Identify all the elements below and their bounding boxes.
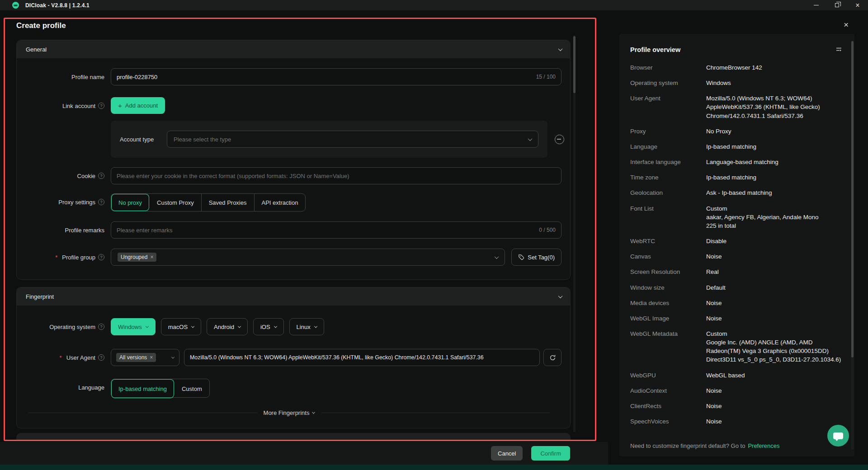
language-tab-ip-based[interactable]: Ip-based matching: [111, 379, 174, 398]
profile-remarks-label: Profile remarks: [17, 221, 111, 239]
help-icon[interactable]: [98, 354, 104, 361]
cookie-input[interactable]: [117, 173, 556, 179]
overview-row: Time zoneIp-based matching: [630, 173, 843, 182]
overview-scrollbar[interactable]: [851, 40, 854, 450]
os-button-android[interactable]: Android: [207, 318, 248, 335]
os-button-windows[interactable]: Windows: [111, 318, 156, 335]
language-tab-custom[interactable]: Custom: [174, 379, 209, 398]
bottom-strip: [0, 465, 868, 470]
more-fingerprints-link[interactable]: More Fingerprints: [257, 409, 321, 416]
os-button-macos[interactable]: macOS: [161, 318, 201, 335]
set-tag-button[interactable]: Set Tag(0): [511, 249, 561, 266]
profile-remarks-row: Profile remarks 0 / 500: [17, 221, 561, 239]
account-type-row: Account type Please select the type: [17, 121, 561, 158]
profile-name-label: Profile name: [17, 68, 111, 85]
overview-row: Screen ResolutionReal: [630, 268, 843, 276]
help-icon[interactable]: [98, 199, 104, 205]
user-agent-row: User Agent All versions: [17, 349, 561, 366]
overview-row: ProxyNo Proxy: [630, 127, 843, 136]
link-account-label: Link account: [17, 97, 111, 114]
page-title: Create profile: [16, 21, 66, 30]
overview-row: GeolocationAsk - Ip-based matching: [630, 188, 843, 197]
titlebar: DICloak - V2.8.8 | 1.2.4.1: [0, 0, 868, 10]
overview-row: CanvasNoise: [630, 252, 843, 261]
ua-version-chip: All versions: [116, 353, 156, 362]
preferences-link[interactable]: Preferences: [748, 442, 779, 449]
cookie-field-wrap: [111, 167, 561, 184]
account-subpanel: Account type Please select the type: [111, 121, 547, 158]
general-section-header[interactable]: General: [17, 40, 570, 58]
proxy-tab-api-extraction[interactable]: API extraction: [254, 194, 306, 211]
remarks-field-wrap: 0 / 500: [111, 221, 561, 239]
language-row: Language Ip-based matching Custom: [17, 379, 561, 398]
user-agent-input[interactable]: [190, 354, 534, 361]
overview-row: LanguageIp-based matching: [630, 142, 843, 151]
chevron-down-icon: [274, 324, 277, 328]
proxy-tab-saved-proxies[interactable]: Saved Proxies: [201, 194, 254, 211]
cancel-button[interactable]: Cancel: [491, 446, 523, 461]
dialog-scrollbar[interactable]: [573, 35, 576, 432]
profile-name-input[interactable]: [117, 74, 532, 80]
account-type-placeholder: Please select the type: [174, 136, 231, 143]
more-fingerprints-divider: More Fingerprints: [28, 409, 550, 416]
help-icon[interactable]: [98, 254, 104, 260]
app-logo-icon: [12, 2, 19, 9]
dialog-close-icon[interactable]: [844, 20, 849, 30]
add-account-button[interactable]: Add account: [111, 97, 165, 114]
collapse-panel-icon[interactable]: [835, 46, 843, 53]
chevron-down-icon: [191, 324, 194, 328]
plus-icon: [118, 102, 122, 109]
fingerprint-section-header[interactable]: Fingerprint: [17, 287, 570, 306]
ua-field-wrap: [184, 349, 540, 366]
remarks-input[interactable]: [117, 227, 534, 234]
chevron-down-icon: [558, 47, 563, 51]
proxy-segmented-control: No proxy Custom Proxy Saved Proxies API …: [111, 193, 306, 212]
language-segmented-control: Ip-based matching Custom: [111, 379, 210, 398]
overview-row: Window sizeDefault: [630, 283, 843, 292]
account-type-select[interactable]: Please select the type: [167, 131, 538, 148]
restore-button[interactable]: [826, 0, 847, 10]
os-button-linux[interactable]: Linux: [289, 318, 324, 335]
overview-row: AudioContextNoise: [630, 386, 843, 395]
remove-account-icon[interactable]: [555, 135, 564, 144]
operating-system-row: Operating system Windows macOS Android i…: [17, 318, 561, 335]
proxy-tab-custom-proxy[interactable]: Custom Proxy: [149, 194, 201, 211]
general-section: General Profile name 15 / 100 Link accou…: [16, 40, 571, 280]
collapsed-section-header[interactable]: [16, 433, 571, 441]
overview-row: Media devicesNoise: [630, 299, 843, 307]
refresh-ua-button[interactable]: [543, 349, 561, 366]
refresh-icon: [549, 354, 556, 361]
overview-row: Operating systemWindows: [630, 79, 843, 87]
close-icon: [855, 2, 859, 9]
minimize-button[interactable]: [806, 0, 826, 10]
chip-remove-icon[interactable]: [150, 254, 153, 260]
app-window: DICloak - V2.8.8 | 1.2.4.1 Create profil…: [0, 0, 868, 470]
window-controls: [806, 0, 868, 10]
user-agent-label: User Agent: [17, 349, 111, 366]
ua-version-select[interactable]: All versions: [111, 349, 179, 366]
confirm-button[interactable]: Confirm: [531, 446, 570, 461]
overview-row: Interface languageLanguage-based matchin…: [630, 158, 843, 166]
cookie-row: Cookie: [17, 167, 561, 184]
chevron-down-icon: [146, 324, 149, 328]
overview-row: ClientRectsNoise: [630, 402, 843, 410]
profile-group-select[interactable]: Ungrouped: [111, 249, 505, 266]
profile-name-counter: 15 / 100: [536, 74, 556, 80]
fingerprint-note: Need to customize fingerprint default? G…: [630, 442, 779, 449]
overview-row: SpeechVoicesNoise: [630, 417, 843, 426]
dialog-scrollbar-thumb[interactable]: [573, 36, 576, 93]
remarks-counter: 0 / 500: [539, 227, 556, 233]
os-button-ios[interactable]: iOS: [253, 318, 284, 335]
help-icon[interactable]: [98, 103, 104, 109]
close-window-button[interactable]: [847, 0, 868, 10]
help-icon[interactable]: [98, 173, 104, 179]
proxy-tab-no-proxy[interactable]: No proxy: [111, 194, 149, 211]
support-chat-button[interactable]: [827, 425, 849, 446]
chevron-down-icon: [558, 294, 563, 298]
general-section-body: Profile name 15 / 100 Link account: [17, 58, 570, 279]
overview-scrollbar-thumb[interactable]: [851, 41, 854, 357]
chip-remove-icon[interactable]: [150, 355, 153, 360]
proxy-settings-row: Proxy settings No proxy Custom Proxy Sav…: [17, 193, 561, 212]
overview-row: User AgentMozilla/5.0 (Windows NT 6.3; W…: [630, 94, 843, 120]
help-icon[interactable]: [98, 324, 104, 330]
